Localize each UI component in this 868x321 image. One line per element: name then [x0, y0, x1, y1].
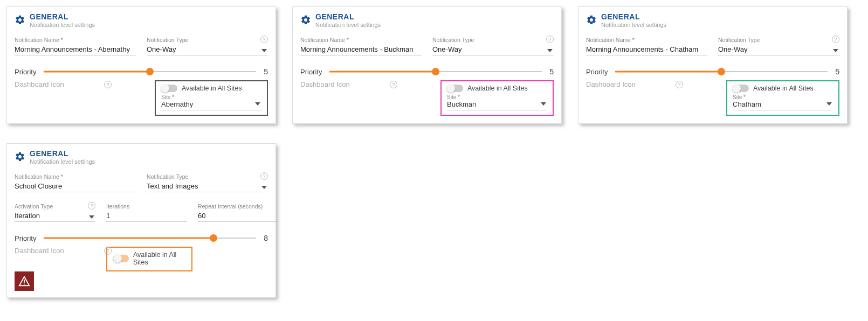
- gear-icon: [300, 15, 311, 25]
- activation-type-select[interactable]: Iteration: [15, 211, 95, 222]
- dashboard-icon-label: Dashboard Icon ?: [586, 80, 645, 88]
- available-label: Available in All Sites: [753, 85, 814, 92]
- chevron-down-icon: [89, 215, 94, 219]
- dashboard-icon-label: Dashboard Icon ?: [300, 80, 360, 88]
- site-label: Site *: [733, 94, 833, 100]
- section-subtitle: Notification level settings: [30, 22, 95, 28]
- notification-name-label: Notification Name *: [300, 37, 422, 43]
- priority-value: 5: [835, 67, 839, 76]
- chevron-down-icon: [261, 186, 267, 189]
- notification-type-label: Notification Type: [147, 173, 268, 180]
- general-panel-chatham: GENERAL Notification level settings Noti…: [578, 6, 848, 124]
- section-subtitle: Notification level settings: [30, 158, 95, 165]
- priority-label: Priority: [15, 68, 36, 76]
- notification-type-label: Notification Type: [432, 37, 554, 43]
- site-box: Available in All Sites Site * Chatham: [726, 80, 839, 116]
- notification-name-label: Notification Name *: [586, 37, 707, 43]
- notification-type-select[interactable]: One-Way: [718, 44, 839, 55]
- available-toggle[interactable]: [447, 85, 463, 92]
- site-select[interactable]: Abernathy: [161, 100, 261, 110]
- dashboard-icon-label: Dashboard Icon ?: [15, 247, 74, 255]
- repeat-interval-label: Repeat Interval (seconds): [198, 203, 279, 210]
- chevron-down-icon: [255, 102, 260, 106]
- repeat-interval-input[interactable]: 60: [198, 211, 279, 222]
- available-box: Available in All Sites: [106, 247, 192, 271]
- chevron-down-icon: [261, 49, 267, 52]
- site-box: Available in All Sites Site * Buckman: [440, 80, 554, 116]
- help-icon[interactable]: ?: [104, 247, 112, 255]
- notification-type-label: Notification Type: [147, 37, 268, 43]
- general-panel-school-closure: GENERAL Notification level settings Noti…: [6, 143, 276, 298]
- priority-value: 8: [264, 234, 268, 242]
- notification-type-select[interactable]: One-Way: [432, 44, 554, 55]
- site-label: Site *: [161, 94, 261, 100]
- notification-name-input[interactable]: Morning Announcements - Abernathy: [15, 44, 136, 55]
- chevron-down-icon: [833, 49, 838, 52]
- notification-type-label: Notification Type: [718, 37, 839, 43]
- notification-name-label: Notification Name *: [15, 37, 136, 43]
- available-toggle[interactable]: [161, 85, 177, 92]
- help-icon[interactable]: ?: [676, 81, 683, 88]
- chevron-down-icon: [541, 102, 546, 106]
- section-title: GENERAL: [30, 149, 95, 158]
- help-icon[interactable]: ?: [260, 172, 268, 180]
- help-icon[interactable]: ?: [832, 36, 839, 43]
- priority-slider[interactable]: [44, 233, 256, 243]
- gear-icon: [586, 15, 597, 25]
- iterations-input[interactable]: 1: [106, 211, 187, 222]
- dashboard-icon-label: Dashboard Icon ?: [15, 80, 74, 88]
- chevron-down-icon: [547, 49, 553, 52]
- notification-name-input[interactable]: Morning Announcements - Chatham: [586, 44, 707, 55]
- general-panel-buckman: GENERAL Notification level settings Noti…: [292, 6, 562, 124]
- help-icon[interactable]: ?: [104, 81, 112, 88]
- priority-value: 5: [549, 67, 554, 76]
- help-icon[interactable]: ?: [546, 36, 554, 43]
- iterations-label: Iterations: [106, 203, 187, 210]
- section-title: GENERAL: [601, 12, 666, 21]
- notification-name-input[interactable]: School Closure: [15, 181, 136, 192]
- available-label: Available in All Sites: [133, 251, 186, 266]
- site-select[interactable]: Buckman: [447, 100, 547, 110]
- section-subtitle: Notification level settings: [315, 22, 381, 28]
- site-select[interactable]: Chatham: [733, 100, 833, 110]
- priority-slider[interactable]: [44, 66, 256, 77]
- priority-slider[interactable]: [615, 66, 828, 77]
- chevron-down-icon: [826, 102, 832, 106]
- gear-icon: [15, 151, 25, 162]
- help-icon[interactable]: ?: [88, 202, 95, 210]
- activation-type-label: Activation Type: [15, 203, 95, 210]
- gear-icon: [15, 15, 25, 25]
- available-toggle[interactable]: [113, 255, 129, 262]
- notification-name-input[interactable]: Morning Announcements - Buckman: [300, 44, 422, 55]
- available-label: Available in All Sites: [467, 85, 528, 92]
- priority-label: Priority: [300, 68, 322, 76]
- help-icon[interactable]: ?: [260, 36, 268, 43]
- warning-icon[interactable]: [15, 271, 34, 291]
- help-icon[interactable]: ?: [390, 81, 397, 88]
- priority-label: Priority: [586, 68, 608, 76]
- site-box: Available in All Sites Site * Abernathy: [155, 80, 268, 116]
- site-label: Site *: [447, 94, 547, 100]
- notification-type-select[interactable]: Text and Images: [147, 181, 268, 192]
- section-subtitle: Notification level settings: [601, 22, 666, 28]
- priority-slider[interactable]: [329, 66, 542, 77]
- available-label: Available in All Sites: [182, 85, 242, 92]
- section-title: GENERAL: [30, 12, 95, 21]
- notification-name-label: Notification Name *: [15, 173, 136, 180]
- notification-type-select[interactable]: One-Way: [147, 44, 268, 55]
- priority-label: Priority: [15, 234, 36, 242]
- general-panel-abernathy: GENERAL Notification level settings Noti…: [6, 6, 276, 124]
- section-title: GENERAL: [315, 12, 381, 21]
- priority-value: 5: [264, 67, 268, 76]
- available-toggle[interactable]: [733, 85, 749, 92]
